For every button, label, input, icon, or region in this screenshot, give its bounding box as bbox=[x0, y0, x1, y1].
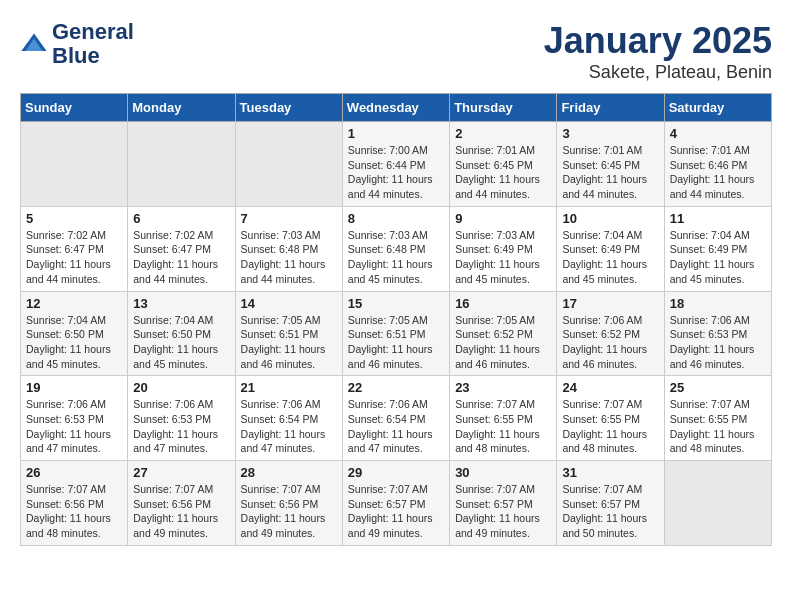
day-info: Sunrise: 7:07 AM Sunset: 6:55 PM Dayligh… bbox=[670, 397, 766, 456]
day-number: 19 bbox=[26, 380, 122, 395]
day-info: Sunrise: 7:04 AM Sunset: 6:50 PM Dayligh… bbox=[26, 313, 122, 372]
day-info: Sunrise: 7:06 AM Sunset: 6:53 PM Dayligh… bbox=[26, 397, 122, 456]
day-info: Sunrise: 7:01 AM Sunset: 6:46 PM Dayligh… bbox=[670, 143, 766, 202]
day-number: 29 bbox=[348, 465, 444, 480]
day-number: 27 bbox=[133, 465, 229, 480]
day-info: Sunrise: 7:07 AM Sunset: 6:55 PM Dayligh… bbox=[455, 397, 551, 456]
day-cell: 23Sunrise: 7:07 AM Sunset: 6:55 PM Dayli… bbox=[450, 376, 557, 461]
day-info: Sunrise: 7:05 AM Sunset: 6:52 PM Dayligh… bbox=[455, 313, 551, 372]
weekday-header-tuesday: Tuesday bbox=[235, 94, 342, 122]
calendar-subtitle: Sakete, Plateau, Benin bbox=[544, 62, 772, 83]
day-number: 31 bbox=[562, 465, 658, 480]
day-cell: 25Sunrise: 7:07 AM Sunset: 6:55 PM Dayli… bbox=[664, 376, 771, 461]
day-cell: 3Sunrise: 7:01 AM Sunset: 6:45 PM Daylig… bbox=[557, 122, 664, 207]
day-cell: 13Sunrise: 7:04 AM Sunset: 6:50 PM Dayli… bbox=[128, 291, 235, 376]
day-cell: 20Sunrise: 7:06 AM Sunset: 6:53 PM Dayli… bbox=[128, 376, 235, 461]
day-cell: 16Sunrise: 7:05 AM Sunset: 6:52 PM Dayli… bbox=[450, 291, 557, 376]
day-info: Sunrise: 7:02 AM Sunset: 6:47 PM Dayligh… bbox=[133, 228, 229, 287]
day-cell: 8Sunrise: 7:03 AM Sunset: 6:48 PM Daylig… bbox=[342, 206, 449, 291]
day-cell: 18Sunrise: 7:06 AM Sunset: 6:53 PM Dayli… bbox=[664, 291, 771, 376]
week-row-4: 19Sunrise: 7:06 AM Sunset: 6:53 PM Dayli… bbox=[21, 376, 772, 461]
day-cell: 14Sunrise: 7:05 AM Sunset: 6:51 PM Dayli… bbox=[235, 291, 342, 376]
day-cell: 30Sunrise: 7:07 AM Sunset: 6:57 PM Dayli… bbox=[450, 461, 557, 546]
day-cell: 21Sunrise: 7:06 AM Sunset: 6:54 PM Dayli… bbox=[235, 376, 342, 461]
day-number: 15 bbox=[348, 296, 444, 311]
day-cell: 31Sunrise: 7:07 AM Sunset: 6:57 PM Dayli… bbox=[557, 461, 664, 546]
day-cell: 10Sunrise: 7:04 AM Sunset: 6:49 PM Dayli… bbox=[557, 206, 664, 291]
day-number: 16 bbox=[455, 296, 551, 311]
day-number: 1 bbox=[348, 126, 444, 141]
day-cell: 17Sunrise: 7:06 AM Sunset: 6:52 PM Dayli… bbox=[557, 291, 664, 376]
day-info: Sunrise: 7:01 AM Sunset: 6:45 PM Dayligh… bbox=[455, 143, 551, 202]
day-number: 17 bbox=[562, 296, 658, 311]
weekday-header-saturday: Saturday bbox=[664, 94, 771, 122]
day-info: Sunrise: 7:02 AM Sunset: 6:47 PM Dayligh… bbox=[26, 228, 122, 287]
day-number: 24 bbox=[562, 380, 658, 395]
day-info: Sunrise: 7:00 AM Sunset: 6:44 PM Dayligh… bbox=[348, 143, 444, 202]
day-number: 28 bbox=[241, 465, 337, 480]
day-cell: 28Sunrise: 7:07 AM Sunset: 6:56 PM Dayli… bbox=[235, 461, 342, 546]
weekday-header-thursday: Thursday bbox=[450, 94, 557, 122]
weekday-header-monday: Monday bbox=[128, 94, 235, 122]
day-cell bbox=[235, 122, 342, 207]
day-number: 18 bbox=[670, 296, 766, 311]
day-cell: 5Sunrise: 7:02 AM Sunset: 6:47 PM Daylig… bbox=[21, 206, 128, 291]
day-info: Sunrise: 7:07 AM Sunset: 6:57 PM Dayligh… bbox=[455, 482, 551, 541]
day-info: Sunrise: 7:05 AM Sunset: 6:51 PM Dayligh… bbox=[348, 313, 444, 372]
day-cell: 9Sunrise: 7:03 AM Sunset: 6:49 PM Daylig… bbox=[450, 206, 557, 291]
day-info: Sunrise: 7:06 AM Sunset: 6:53 PM Dayligh… bbox=[133, 397, 229, 456]
day-info: Sunrise: 7:07 AM Sunset: 6:55 PM Dayligh… bbox=[562, 397, 658, 456]
day-info: Sunrise: 7:07 AM Sunset: 6:56 PM Dayligh… bbox=[26, 482, 122, 541]
week-row-5: 26Sunrise: 7:07 AM Sunset: 6:56 PM Dayli… bbox=[21, 461, 772, 546]
day-number: 2 bbox=[455, 126, 551, 141]
logo-text: General Blue bbox=[52, 20, 134, 68]
weekday-header-row: SundayMondayTuesdayWednesdayThursdayFrid… bbox=[21, 94, 772, 122]
day-cell: 1Sunrise: 7:00 AM Sunset: 6:44 PM Daylig… bbox=[342, 122, 449, 207]
day-number: 21 bbox=[241, 380, 337, 395]
day-number: 6 bbox=[133, 211, 229, 226]
day-cell: 11Sunrise: 7:04 AM Sunset: 6:49 PM Dayli… bbox=[664, 206, 771, 291]
weekday-header-wednesday: Wednesday bbox=[342, 94, 449, 122]
day-number: 5 bbox=[26, 211, 122, 226]
day-cell: 2Sunrise: 7:01 AM Sunset: 6:45 PM Daylig… bbox=[450, 122, 557, 207]
calendar-table: SundayMondayTuesdayWednesdayThursdayFrid… bbox=[20, 93, 772, 546]
day-cell: 4Sunrise: 7:01 AM Sunset: 6:46 PM Daylig… bbox=[664, 122, 771, 207]
day-number: 7 bbox=[241, 211, 337, 226]
day-number: 8 bbox=[348, 211, 444, 226]
day-cell: 27Sunrise: 7:07 AM Sunset: 6:56 PM Dayli… bbox=[128, 461, 235, 546]
day-number: 30 bbox=[455, 465, 551, 480]
day-number: 12 bbox=[26, 296, 122, 311]
day-cell: 26Sunrise: 7:07 AM Sunset: 6:56 PM Dayli… bbox=[21, 461, 128, 546]
day-number: 23 bbox=[455, 380, 551, 395]
day-cell: 22Sunrise: 7:06 AM Sunset: 6:54 PM Dayli… bbox=[342, 376, 449, 461]
day-info: Sunrise: 7:03 AM Sunset: 6:49 PM Dayligh… bbox=[455, 228, 551, 287]
day-info: Sunrise: 7:06 AM Sunset: 6:54 PM Dayligh… bbox=[348, 397, 444, 456]
day-cell: 12Sunrise: 7:04 AM Sunset: 6:50 PM Dayli… bbox=[21, 291, 128, 376]
day-info: Sunrise: 7:03 AM Sunset: 6:48 PM Dayligh… bbox=[241, 228, 337, 287]
day-cell: 7Sunrise: 7:03 AM Sunset: 6:48 PM Daylig… bbox=[235, 206, 342, 291]
day-cell: 29Sunrise: 7:07 AM Sunset: 6:57 PM Dayli… bbox=[342, 461, 449, 546]
day-info: Sunrise: 7:04 AM Sunset: 6:50 PM Dayligh… bbox=[133, 313, 229, 372]
day-info: Sunrise: 7:04 AM Sunset: 6:49 PM Dayligh… bbox=[562, 228, 658, 287]
day-number: 26 bbox=[26, 465, 122, 480]
day-number: 14 bbox=[241, 296, 337, 311]
day-info: Sunrise: 7:01 AM Sunset: 6:45 PM Dayligh… bbox=[562, 143, 658, 202]
calendar-title: January 2025 bbox=[544, 20, 772, 62]
day-info: Sunrise: 7:05 AM Sunset: 6:51 PM Dayligh… bbox=[241, 313, 337, 372]
weekday-header-friday: Friday bbox=[557, 94, 664, 122]
day-number: 20 bbox=[133, 380, 229, 395]
day-number: 22 bbox=[348, 380, 444, 395]
day-info: Sunrise: 7:06 AM Sunset: 6:52 PM Dayligh… bbox=[562, 313, 658, 372]
day-info: Sunrise: 7:04 AM Sunset: 6:49 PM Dayligh… bbox=[670, 228, 766, 287]
day-info: Sunrise: 7:07 AM Sunset: 6:56 PM Dayligh… bbox=[133, 482, 229, 541]
day-number: 25 bbox=[670, 380, 766, 395]
week-row-2: 5Sunrise: 7:02 AM Sunset: 6:47 PM Daylig… bbox=[21, 206, 772, 291]
day-info: Sunrise: 7:03 AM Sunset: 6:48 PM Dayligh… bbox=[348, 228, 444, 287]
logo: General Blue bbox=[20, 20, 134, 68]
day-info: Sunrise: 7:07 AM Sunset: 6:56 PM Dayligh… bbox=[241, 482, 337, 541]
day-cell: 6Sunrise: 7:02 AM Sunset: 6:47 PM Daylig… bbox=[128, 206, 235, 291]
day-cell: 19Sunrise: 7:06 AM Sunset: 6:53 PM Dayli… bbox=[21, 376, 128, 461]
week-row-3: 12Sunrise: 7:04 AM Sunset: 6:50 PM Dayli… bbox=[21, 291, 772, 376]
day-cell: 15Sunrise: 7:05 AM Sunset: 6:51 PM Dayli… bbox=[342, 291, 449, 376]
day-cell: 24Sunrise: 7:07 AM Sunset: 6:55 PM Dayli… bbox=[557, 376, 664, 461]
